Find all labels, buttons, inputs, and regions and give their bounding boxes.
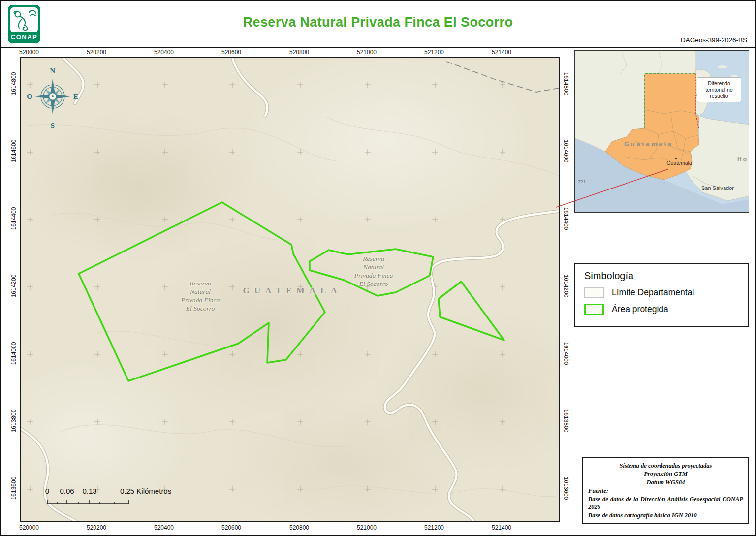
y-tick-right: 1614800	[563, 72, 569, 95]
protected-area-label-central: ReservaNaturalPrivada FincaEl Socorro	[354, 254, 393, 288]
y-tick-right: 1613600	[563, 477, 569, 500]
x-tick-bottom: 520800	[289, 524, 309, 531]
x-tick-bottom: 521000	[357, 524, 377, 531]
scale-tick-label: 0.13	[82, 487, 96, 495]
x-tick-top: 520600	[221, 49, 241, 56]
y-tick-right: 1613800	[563, 410, 569, 433]
department-name-label: GUATEMALA	[243, 286, 342, 296]
protected-area-label-west: ReservaNaturalPrivada FincaEl Socorro	[181, 279, 220, 313]
credits-box: Sistema de coordenadas proyectadas Proye…	[582, 457, 749, 524]
y-tick-right: 1614200	[563, 275, 569, 298]
map-sheet: CONAP Reserva Natural Privada Finca El S…	[0, 0, 756, 536]
scale-bar: 0 0.06 0.13 0.25 Kilómetros	[21, 487, 232, 511]
scale-end-label: 0.25 Kilómetros	[120, 487, 171, 495]
document-id: DAGeos-399-2026-BS	[681, 36, 747, 44]
compass-rose: N E S O	[26, 63, 80, 130]
page-title: Reserva Natural Privada Finca El Socorro	[1, 15, 755, 30]
source-label: Fuente:	[588, 487, 743, 495]
x-tick-bottom: 521400	[492, 524, 511, 531]
y-tick-right: 1614400	[563, 207, 569, 230]
y-tick-left: 1613600	[10, 477, 17, 500]
compass-south-label: S	[51, 122, 55, 129]
y-tick-left: 1614800	[10, 72, 17, 95]
y-tick-right: 1614600	[563, 140, 569, 163]
inset-honduras-label: Ho	[737, 156, 748, 163]
inset-map: Diferendo territorial no resuelto Guatem…	[574, 50, 749, 213]
legend: Simbología Límite Departamental Área pro…	[574, 263, 749, 327]
x-tick-bottom: 520200	[87, 524, 106, 531]
y-tick-left: 1613800	[10, 410, 17, 433]
y-tick-left: 1614600	[10, 140, 17, 163]
legend-item-department: Límite Departamental	[584, 287, 739, 298]
terrain-contours	[21, 117, 559, 497]
y-tick-left: 1614400	[10, 207, 17, 230]
source-line-1: Base de datos de la Dirección Análisis G…	[588, 495, 743, 512]
main-map: N E S O ReservaNaturalPrivada FincaEl So…	[20, 57, 560, 522]
x-tick-bottom: 520000	[19, 524, 39, 531]
legend-item-label: Área protegida	[612, 304, 668, 315]
territorial-note: Diferendo territorial no resuelto	[697, 77, 741, 102]
scale-bar-ruler	[21, 498, 149, 505]
legend-title: Simbología	[584, 270, 739, 282]
x-tick-top: 521200	[424, 49, 444, 56]
y-tick-right: 1614000	[563, 342, 569, 365]
x-tick-top: 521000	[357, 49, 377, 56]
protected-area-swatch-icon	[584, 304, 604, 315]
y-tick-left: 1614200	[10, 275, 17, 298]
y-tick-left: 1614000	[10, 342, 17, 365]
compass-north-label: N	[50, 67, 56, 75]
x-tick-bottom: 520400	[154, 524, 174, 531]
compass-east-label: E	[73, 93, 78, 100]
scale-tick-label: 0	[45, 487, 49, 495]
inset-country-label: Guatemala	[624, 141, 673, 148]
source-line-2: Base de datos cartografía básica IGN 201…	[588, 511, 743, 520]
x-tick-top: 520800	[289, 49, 309, 56]
crs-line: Sistema de coordenadas proyectadas	[588, 462, 743, 470]
inset-capital-city-dot	[675, 158, 677, 159]
legend-item-label: Límite Departamental	[612, 287, 694, 298]
legend-item-protected: Área protegida	[584, 304, 739, 315]
x-tick-top: 520400	[154, 49, 174, 56]
conap-logo-label: CONAP	[8, 33, 40, 41]
scale-tick-label: 0.06	[60, 487, 74, 495]
inset-road-number: 721	[578, 179, 586, 184]
department-limit-swatch-icon	[584, 287, 604, 298]
datum-line: Datum WGS84	[588, 478, 743, 487]
x-tick-bottom: 521200	[424, 524, 444, 531]
header: CONAP Reserva Natural Privada Finca El S…	[1, 1, 755, 48]
x-tick-top: 521400	[492, 49, 511, 56]
x-tick-top: 520200	[87, 49, 106, 56]
inset-capital-label: Guatemala	[666, 160, 692, 166]
projection-line: Proyección GTM	[588, 470, 743, 478]
compass-west-label: O	[27, 93, 32, 100]
x-tick-bottom: 520600	[221, 524, 241, 531]
protected-area-east-polygon	[439, 282, 504, 340]
inset-san-salvador-label: San Salvador	[701, 185, 734, 191]
x-tick-top: 520000	[19, 49, 39, 56]
